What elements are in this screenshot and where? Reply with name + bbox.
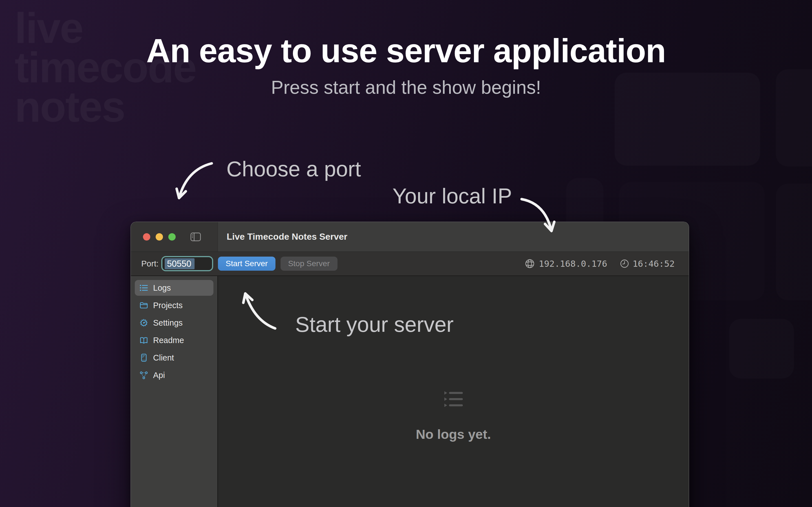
app-window: Live Timecode Notes Server Port: 50550 S… [131, 222, 689, 507]
sidebar-toggle-icon[interactable] [190, 231, 202, 242]
close-window-button[interactable] [143, 233, 150, 240]
clock-time-value: 16:46:52 [633, 259, 675, 269]
background-tile [729, 319, 794, 379]
sidebar-item-projects[interactable]: Projects [135, 297, 213, 313]
stop-server-button[interactable]: Stop Server [281, 257, 338, 271]
window-body: Logs Projects [131, 276, 689, 507]
empty-state: No logs yet. [218, 391, 689, 442]
client-device-icon [139, 353, 148, 362]
sidebar-item-label: Api [153, 371, 165, 380]
page-background: live timecode notes An easy to use serve… [0, 0, 812, 507]
sidebar-item-label: Projects [153, 301, 183, 310]
gear-icon [139, 318, 148, 327]
api-nodes-icon [139, 371, 148, 380]
sidebar: Logs Projects [131, 276, 218, 507]
toolbar: Port: 50550 Start Server Stop Server 192… [131, 251, 689, 276]
titlebar-main-section: Live Timecode Notes Server [218, 222, 689, 251]
arrow-to-port-input [173, 160, 216, 205]
minimize-window-button[interactable] [156, 233, 163, 240]
sidebar-item-logs[interactable]: Logs [135, 280, 213, 296]
sidebar-item-label: Readme [153, 336, 184, 345]
globe-icon [525, 259, 535, 269]
sidebar-item-client[interactable]: Client [135, 350, 213, 365]
background-tile [776, 184, 812, 300]
port-label: Port: [141, 259, 158, 269]
list-bullet-icon [139, 283, 148, 292]
arrow-to-local-ip [518, 195, 556, 236]
titlebar-sidebar-section [131, 222, 218, 251]
page-subtitle: Press start and the show begins! [0, 76, 812, 98]
page-title: An easy to use server application [0, 32, 812, 70]
sidebar-item-label: Settings [153, 318, 183, 328]
annotation-your-local-ip: Your local IP [393, 184, 512, 208]
annotation-start-your-server: Start your server [295, 312, 454, 337]
open-book-icon [139, 336, 148, 345]
local-ip-value: 192.168.0.176 [539, 259, 607, 269]
annotation-choose-port: Choose a port [226, 157, 361, 181]
sidebar-item-readme[interactable]: Readme [135, 332, 213, 348]
arrow-to-start-button [240, 288, 280, 332]
folder-icon [139, 301, 148, 310]
empty-state-message: No logs yet. [416, 427, 491, 442]
toolbar-status-area: 192.168.0.176 16:46:52 [525, 259, 675, 269]
port-value-selected-text: 50550 [165, 258, 195, 269]
empty-logs-icon [443, 391, 464, 409]
sidebar-item-label: Logs [153, 283, 171, 293]
sidebar-item-api[interactable]: Api [135, 367, 213, 383]
logs-content-area: No logs yet. [218, 276, 689, 507]
clock-icon [620, 259, 629, 269]
sidebar-item-label: Client [153, 353, 174, 362]
start-server-button[interactable]: Start Server [218, 257, 275, 271]
port-input[interactable]: 50550 [162, 257, 212, 270]
window-titlebar: Live Timecode Notes Server [131, 222, 689, 251]
zoom-window-button[interactable] [168, 233, 175, 240]
sidebar-item-settings[interactable]: Settings [135, 315, 213, 331]
window-title: Live Timecode Notes Server [227, 231, 347, 242]
